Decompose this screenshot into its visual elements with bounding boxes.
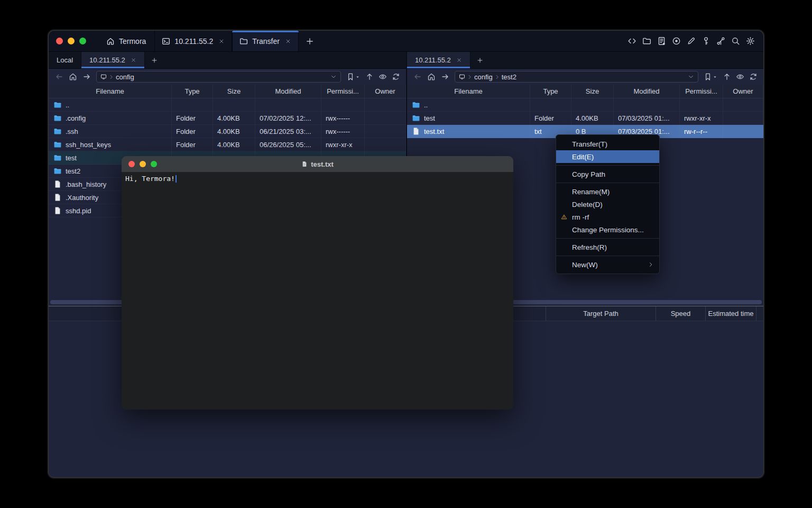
file-row[interactable]: .. — [49, 98, 406, 112]
close-icon[interactable] — [218, 38, 225, 44]
column-header-filename[interactable]: Filename — [49, 85, 172, 98]
column-header-filename[interactable]: Filename — [407, 85, 530, 98]
app-menu-item[interactable]: Termora — [98, 31, 154, 51]
log-icon[interactable] — [657, 37, 666, 46]
bookmark-dropdown[interactable] — [704, 72, 718, 81]
record-icon[interactable] — [672, 37, 681, 46]
chevron-right-icon — [494, 74, 500, 80]
gear-icon[interactable] — [746, 37, 755, 46]
editor-titlebar[interactable]: test.txt — [122, 156, 513, 172]
window-tab-transfer[interactable]: Transfer — [232, 31, 299, 51]
minimize-button[interactable] — [68, 38, 75, 44]
column-header-modified[interactable]: Modified — [255, 85, 321, 98]
show-hidden-button[interactable] — [379, 72, 387, 81]
terminal-icon — [162, 37, 170, 46]
editor-content[interactable]: Hi, Termora! — [122, 172, 513, 410]
menu-item-rm-rf[interactable]: rm -rf — [556, 211, 659, 223]
home-button[interactable] — [425, 71, 437, 83]
home-button[interactable] — [67, 71, 79, 83]
file-table-header: FilenameTypeSizeModifiedPermissi...Owner — [407, 85, 763, 98]
editor-window: test.txt Hi, Termora! — [122, 156, 513, 410]
file-fill-icon — [53, 180, 62, 188]
menu-item-new-w[interactable]: New(W) — [556, 258, 659, 271]
tab-label: Transfer — [252, 37, 280, 46]
filename-label: test — [66, 154, 77, 162]
menu-item-refresh-r[interactable]: Refresh(R) — [556, 241, 659, 253]
permissions-cell: rwxr-xr-x — [680, 112, 723, 124]
back-button[interactable] — [411, 71, 423, 83]
search-icon[interactable] — [731, 37, 740, 46]
size-cell: 4.00KB — [213, 125, 255, 138]
arrow-left-icon — [55, 72, 63, 81]
new-tab-button[interactable] — [299, 31, 321, 51]
column-header-modified[interactable]: Modified — [614, 85, 680, 98]
left-panel-tab-local[interactable]: Local — [49, 52, 81, 68]
maximize-button[interactable] — [79, 38, 86, 44]
size-cell — [213, 98, 255, 111]
folder-icon[interactable] — [642, 37, 651, 46]
file-row[interactable]: .configFolder4.00KB07/02/2025 12:...rwx-… — [49, 112, 406, 125]
column-header-type[interactable]: Type — [530, 85, 571, 98]
up-directory-button[interactable] — [365, 72, 374, 81]
file-row[interactable]: .sshFolder4.00KB06/21/2025 03:...rwx----… — [49, 125, 406, 138]
tab-label: 10.211.55.2 — [415, 56, 451, 64]
path-field[interactable]: configtest2 — [455, 71, 698, 83]
path-field[interactable]: config — [96, 71, 341, 83]
new-panel-tab-button[interactable] — [470, 52, 490, 68]
chevron-down-icon[interactable] — [330, 74, 337, 80]
column-header-type[interactable]: Type — [172, 85, 213, 98]
right-panel-tab-10-211-55-2[interactable]: 10.211.55.2 — [407, 52, 470, 68]
close-icon[interactable] — [131, 57, 136, 63]
file-row[interactable]: .. — [407, 98, 763, 112]
show-hidden-button[interactable] — [736, 72, 744, 81]
forward-button[interactable] — [439, 71, 451, 83]
column-header-owner[interactable]: Owner — [365, 85, 406, 98]
maximize-button[interactable] — [151, 161, 157, 167]
column-header-size[interactable]: Size — [571, 85, 614, 98]
forward-button[interactable] — [80, 71, 93, 83]
bookmark-icon — [346, 72, 355, 81]
close-button[interactable] — [56, 38, 63, 44]
column-header-estimated-time[interactable]: Estimated time — [705, 306, 756, 321]
path-segment[interactable]: config — [116, 73, 134, 81]
path-segment[interactable]: test2 — [502, 73, 516, 81]
close-icon[interactable] — [285, 38, 291, 44]
column-header-speed[interactable]: Speed — [656, 306, 705, 321]
menu-item-transfer-t[interactable]: Transfer(T) — [556, 138, 659, 150]
modified-cell: 06/21/2025 03:... — [255, 125, 321, 138]
file-row[interactable]: ssh_host_keysFolder4.00KB06/26/2025 05:.… — [49, 138, 406, 151]
menu-item-rename-m[interactable]: Rename(M) — [556, 185, 659, 198]
minimize-button[interactable] — [140, 161, 146, 167]
context-menu: Transfer(T)Edit(E)Copy PathRename(M)Dele… — [556, 134, 660, 274]
file-row[interactable]: testFolder4.00KB07/03/2025 01:...rwxr-xr… — [407, 112, 763, 125]
type-cell: Folder — [172, 112, 213, 124]
key-icon[interactable] — [702, 37, 710, 46]
bookmark-dropdown[interactable] — [346, 72, 361, 81]
code-icon[interactable] — [628, 37, 636, 46]
folder-fill-icon — [53, 127, 62, 135]
menu-item-delete-d[interactable]: Delete(D) — [556, 198, 659, 211]
close-icon[interactable] — [456, 57, 462, 63]
chevron-down-icon[interactable] — [688, 74, 694, 80]
close-button[interactable] — [128, 161, 135, 167]
up-directory-button[interactable] — [723, 72, 731, 81]
window-tab-10-211-55-2[interactable]: 10.211.55.2 — [154, 31, 232, 51]
menu-item-change-permissions[interactable]: Change Permissions... — [556, 223, 659, 236]
keychain-icon[interactable] — [716, 37, 725, 46]
menu-item-copy-path[interactable]: Copy Path — [556, 168, 659, 180]
path-segment[interactable]: config — [474, 73, 493, 81]
owner-cell — [365, 112, 406, 124]
column-header-owner[interactable]: Owner — [723, 85, 763, 98]
column-header-size[interactable]: Size — [213, 85, 255, 98]
column-header-target-path[interactable]: Target Path — [546, 306, 656, 321]
new-panel-tab-button[interactable] — [145, 52, 164, 68]
back-button[interactable] — [53, 71, 65, 83]
column-header-permissi-[interactable]: Permissi... — [680, 85, 723, 98]
file-fill-icon — [53, 193, 62, 202]
left-panel-tab-10-211-55-2[interactable]: 10.211.55.2 — [81, 52, 145, 68]
menu-item-edit-e[interactable]: Edit(E) — [556, 150, 659, 163]
refresh-button[interactable] — [749, 72, 758, 81]
column-header-permissi-[interactable]: Permissi... — [321, 85, 365, 98]
refresh-button[interactable] — [392, 72, 400, 81]
pencil-icon[interactable] — [687, 37, 696, 46]
